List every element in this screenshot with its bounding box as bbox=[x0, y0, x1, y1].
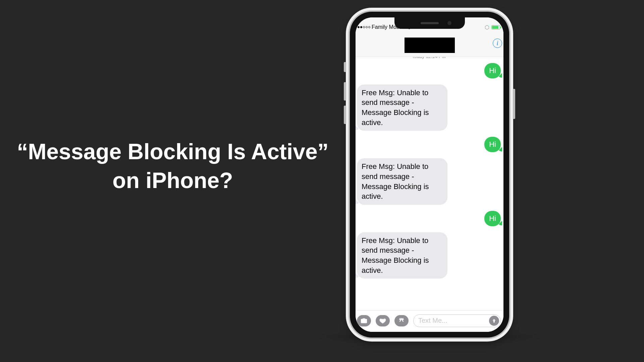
message-row: Hi bbox=[357, 63, 501, 78]
incoming-message-bubble[interactable]: Free Msg: Unable to send message - Messa… bbox=[357, 84, 447, 131]
headline-line-2: on iPhone? bbox=[112, 168, 233, 193]
speaker-grille bbox=[421, 22, 439, 24]
compose-bar: Text Me... bbox=[356, 310, 503, 332]
phone-frame: Family Mobile 1:17 PM ⬡ i Today 12:14 PM… bbox=[350, 12, 509, 338]
camera-button[interactable] bbox=[357, 315, 371, 326]
phone-screen: Family Mobile 1:17 PM ⬡ i Today 12:14 PM… bbox=[356, 17, 503, 332]
send-button[interactable] bbox=[489, 316, 499, 326]
signal-strength-icon bbox=[358, 26, 370, 28]
outgoing-message-bubble[interactable]: Hi bbox=[484, 63, 501, 78]
page-title: “Message Blocking Is Active” on iPhone? bbox=[12, 137, 334, 195]
bluetooth-icon: ⬡ bbox=[485, 24, 489, 31]
volume-down-button[interactable] bbox=[344, 106, 346, 124]
incoming-message-bubble[interactable]: Free Msg: Unable to send message - Messa… bbox=[357, 232, 447, 279]
volume-up-button[interactable] bbox=[344, 82, 346, 101]
outgoing-message-bubble[interactable]: Hi bbox=[484, 137, 501, 152]
conversation-info-button[interactable]: i bbox=[493, 39, 502, 48]
info-icon: i bbox=[496, 40, 498, 47]
message-row: Hi bbox=[357, 211, 501, 226]
mute-switch[interactable] bbox=[344, 62, 346, 72]
battery-icon bbox=[491, 25, 500, 29]
appstore-icon bbox=[398, 317, 405, 324]
app-store-button[interactable] bbox=[394, 315, 409, 326]
headline-line-1: “Message Blocking Is Active” bbox=[17, 139, 328, 164]
notch bbox=[394, 17, 465, 29]
message-row: Free Msg: Unable to send message - Messa… bbox=[357, 232, 501, 279]
message-row: Hi bbox=[357, 137, 501, 152]
outgoing-message-bubble[interactable]: Hi bbox=[484, 211, 501, 226]
front-camera bbox=[447, 21, 451, 25]
heart-fingers-icon bbox=[379, 317, 386, 324]
message-input-placeholder: Text Me... bbox=[418, 317, 447, 324]
power-button[interactable] bbox=[513, 89, 515, 119]
incoming-message-bubble[interactable]: Free Msg: Unable to send message - Messa… bbox=[357, 158, 447, 205]
conversation-nav-bar bbox=[356, 34, 503, 57]
contact-name-redacted bbox=[405, 38, 455, 53]
messages-scroll-area[interactable]: Today 12:14 PM Hi Free Msg: Unable to se… bbox=[356, 57, 503, 310]
arrow-up-icon bbox=[491, 318, 497, 323]
conversation-timestamp: Today 12:14 PM bbox=[357, 57, 501, 59]
camera-icon bbox=[360, 317, 368, 324]
digital-touch-button[interactable] bbox=[376, 315, 390, 326]
message-row: Free Msg: Unable to send message - Messa… bbox=[357, 158, 501, 205]
message-row: Free Msg: Unable to send message - Messa… bbox=[357, 84, 501, 131]
message-input[interactable]: Text Me... bbox=[413, 314, 501, 327]
